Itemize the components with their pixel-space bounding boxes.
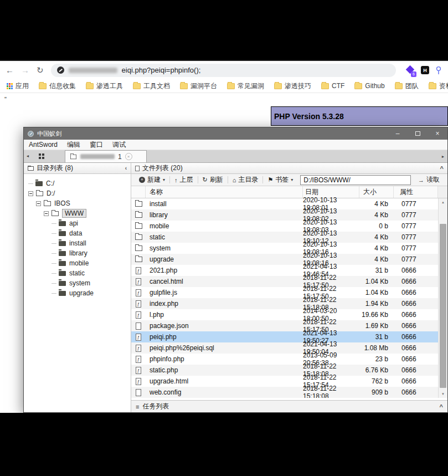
menu-item[interactable]: 窗口 [90,140,103,150]
file-row[interactable]: l.php2014-03-20 18:00:5019.66 Kb0666 [131,309,438,320]
tree-item[interactable]: upgrade [24,288,131,298]
icon-column-header[interactable] [131,186,146,198]
maximize-icon [415,131,420,136]
file-row[interactable]: peiqi.php%26peiqi.sql2021-04-13 19:50:04… [131,342,438,354]
new-button[interactable]: + 新建 ▾ [135,175,169,186]
expand-tasks-icon[interactable]: ^ [440,403,443,410]
back-icon[interactable]: ← [6,65,14,75]
tree-expander-icon[interactable] [28,191,33,196]
file-row[interactable]: mobile2020-10-13 19:08:030 b0777 [131,221,438,232]
read-button[interactable]: → 读取 [414,175,444,186]
window-titlebar[interactable]: 中国蚁剑 – × [24,127,447,140]
file-row[interactable]: 2021.php2021-04-13 19:46:5431 b0666 [131,265,438,276]
bookmark-label: 常见漏洞 [238,81,264,91]
site-info-icon[interactable] [57,66,64,74]
name-column-header[interactable]: 名称 [146,186,303,198]
path-input[interactable] [300,175,411,185]
bookmark-folder-item[interactable]: 信息收集 [39,81,76,91]
bookmark-folder-item[interactable]: 工具文档 [133,81,170,91]
file-row[interactable]: cancel.html2018-11-22 15:17:501.04 Kb066… [131,276,438,287]
tree-item[interactable]: static [24,268,131,278]
tree-item[interactable]: C:/ [24,178,131,188]
file-size: 19.66 Kb [359,311,394,319]
pin-extension-icon[interactable] [435,66,442,75]
tab-scroll-right-icon[interactable]: ► [439,150,447,163]
forward-icon[interactable]: → [21,65,29,75]
file-row[interactable]: phpinfo.php2013-05-09 20:56:3823 b0666 [131,354,438,365]
tree-item[interactable]: system [24,278,131,288]
url-text[interactable]: eiqi.php?peiqi=phpinfo(); [122,66,201,74]
shell-tab[interactable]: 1 × [65,150,147,162]
file-row[interactable]: peiqi.php2021-04-13 19:50:2731 b0666 [131,331,438,342]
up-level-button[interactable]: ↑ 上层 [170,175,198,186]
attr-column-header[interactable]: 属性 [394,186,438,198]
file-row[interactable]: static.php2018-11-22 15:18:086.76 Kb0666 [131,365,438,376]
file-name: system [146,244,303,252]
redacted-host [69,68,117,73]
tab-scroll-left-icon[interactable]: ◄ [24,150,32,162]
file-row[interactable]: gulpfile.js2018-11-22 15:17:501.04 Kb066… [131,287,438,298]
tree-connector-line [52,243,56,244]
bookmark-button[interactable]: ⚑ 书签 ▾ [263,175,297,186]
url-bar[interactable]: eiqi.php?peiqi=phpinfo(); [51,64,396,77]
menu-item[interactable]: 调试 [112,140,126,150]
tree-item[interactable]: library [24,248,131,258]
tree-item[interactable]: WWW [24,208,131,218]
bookmark-folder-item[interactable]: 常见漏洞 [227,81,264,91]
file-row[interactable]: web.config2018-11-22 15:18:08909 b0666 [131,387,438,398]
bookmark-apps[interactable]: 应用 [7,81,29,91]
tree-item[interactable]: IBOS [24,198,131,208]
maximize-button[interactable] [408,127,428,140]
bookmark-folder-item[interactable]: CTF [321,81,344,91]
menu-item[interactable]: AntSword [29,141,58,149]
tree-item[interactable]: data [24,228,131,238]
file-row[interactable]: package.json2018-11-22 15:17:501.69 Kb06… [131,320,438,331]
scrollbar-thumb[interactable] [440,224,446,388]
hackbar-extension-icon[interactable]: H [421,66,429,74]
scroll-up-icon[interactable]: ▲ [439,198,447,206]
bookmark-folder-item[interactable]: 渗透技巧 [274,81,311,91]
collapse-panel-icon[interactable]: ‹ [125,165,127,171]
tree-item[interactable]: api [24,218,131,228]
tree-item[interactable]: D:/ [24,188,131,198]
bookmark-folder-item[interactable]: 渗透工具 [86,81,123,91]
file-row[interactable]: install2020-10-13 19:08:014 Kb0777 [131,198,438,209]
tab-close-icon[interactable]: × [125,153,132,160]
tree-item[interactable]: mobile [24,258,131,268]
folder-icon [59,261,66,266]
proxy-extension-icon[interactable]: 6 [405,65,415,75]
bookmark-folder-item[interactable]: 漏洞平台 [180,81,217,91]
tree-item[interactable]: install [24,238,131,248]
tree-expander-icon[interactable] [44,211,49,216]
tree-item-label: WWW [62,209,86,218]
tree-expander-icon[interactable] [36,201,41,206]
bookmark-folder-item[interactable]: Github [354,81,384,91]
file-row[interactable]: library2020-10-13 19:08:024 Kb0777 [131,209,438,221]
script-file-icon [136,267,141,274]
tab-grid-button[interactable] [32,150,52,162]
size-column-header[interactable]: 大小 [359,186,394,198]
file-row[interactable]: static2020-10-13 19:10:124 Kb0777 [131,232,438,243]
scroll-down-icon[interactable]: ▼ [439,390,447,398]
file-row[interactable]: upgrade2020-10-13 19:08:164 Kb0777 [131,254,438,265]
collapse-files-icon[interactable]: ^ [440,165,444,172]
refresh-button[interactable]: ↻ 刷新 [198,175,228,186]
bookmark-folder-item[interactable]: 资料文库 [429,81,448,91]
menu-item[interactable]: 编辑 [67,140,80,150]
minimize-button[interactable]: – [388,127,408,140]
close-button[interactable]: × [428,127,447,140]
file-row[interactable]: system2020-10-13 19:08:164 Kb0777 [131,243,438,254]
bookmark-folder-item[interactable]: 团队 [395,81,419,91]
folder-icon [59,241,66,246]
file-row[interactable]: upgrade.html2018-11-22 15:17:54762 b0666 [131,376,438,387]
home-dir-button[interactable]: ⌂ 主目录 [228,175,263,186]
window-controls: – × [388,127,447,140]
bookmark-label: 应用 [16,81,29,91]
file-row[interactable]: index.php2018-11-22 15:18:081.94 Kb0666 [131,298,438,309]
task-list-bar[interactable]: ≡ 任务列表 ^ [131,400,447,412]
reload-icon[interactable]: ↻ [37,65,44,75]
home-icon: ⌂ [233,177,236,183]
tree-item-label: system [69,279,90,287]
vertical-scrollbar[interactable]: ▲ ▼ [438,198,447,398]
file-icon-cell [131,278,146,285]
